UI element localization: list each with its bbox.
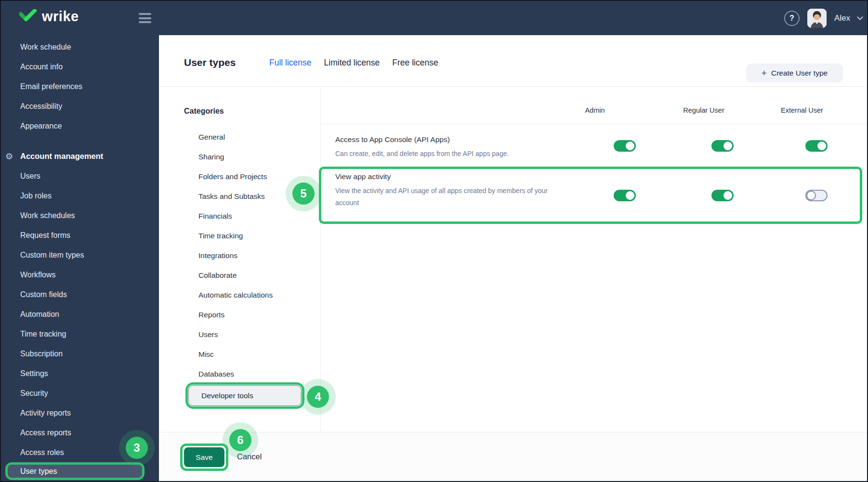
annotation-box-view-app-activity [319, 167, 862, 224]
footer [159, 432, 868, 482]
category-tasks-and-subtasks[interactable]: Tasks and Subtasks [198, 186, 273, 206]
column-header-external-user: External User [781, 106, 823, 114]
user-menu-name[interactable]: Alex [834, 13, 850, 23]
sidebar-item-custom-fields[interactable]: Custom fields [1, 285, 159, 304]
logo-text: wrike [42, 9, 79, 25]
categories-heading: Categories [184, 107, 224, 116]
toggle-external-user-app-console[interactable] [805, 140, 828, 152]
sidebar-item-security[interactable]: Security [1, 383, 159, 403]
sidebar-item-workflows[interactable]: Workflows [1, 265, 159, 285]
annotation-box-save: Save [180, 443, 228, 471]
category-collaborate[interactable]: Collaborate [198, 265, 273, 285]
category-sharing[interactable]: Sharing [198, 147, 273, 167]
category-time-tracking[interactable]: Time tracking [198, 226, 273, 246]
avatar[interactable] [807, 9, 827, 28]
annotation-box-developer-tools: Developer tools [185, 382, 304, 409]
annotation-badge-6: 6 [229, 429, 251, 451]
wrike-logo-icon [19, 9, 38, 25]
sidebar-item-work-schedules[interactable]: Work schedules [1, 206, 159, 225]
license-tabs: Full license Limited license Free licens… [269, 58, 438, 68]
plus-icon: + [762, 68, 767, 78]
hamburger-menu-icon[interactable] [139, 13, 151, 23]
topbar: wrike ? Alex [1, 1, 868, 35]
annotation-badge-4: 4 [307, 386, 329, 408]
table-header-divider [320, 124, 868, 124]
category-financials[interactable]: Financials [198, 206, 273, 226]
sidebar-item-request-forms[interactable]: Request forms [1, 225, 159, 245]
sidebar-item-work-schedule[interactable]: Work schedule [1, 37, 159, 57]
toggle-admin-app-console[interactable] [614, 140, 636, 152]
sidebar-item-activity-reports[interactable]: Activity reports [1, 403, 159, 423]
category-reports[interactable]: Reports [198, 305, 273, 325]
chevron-down-icon[interactable] [857, 14, 863, 20]
sidebar-item-user-types-selected[interactable]: User types [8, 465, 142, 478]
category-databases[interactable]: Databases [198, 364, 273, 384]
save-button[interactable]: Save [184, 447, 224, 467]
sidebar-item-time-tracking[interactable]: Time tracking [1, 324, 159, 344]
tab-limited-license[interactable]: Limited license [324, 58, 380, 68]
column-header-admin: Admin [585, 106, 605, 114]
help-icon[interactable]: ? [784, 11, 800, 26]
category-general[interactable]: General [198, 127, 273, 147]
annotation-badge-3: 3 [126, 437, 148, 459]
sidebar-item-custom-item-types[interactable]: Custom item types [1, 245, 159, 265]
toggle-regular-user-app-console[interactable] [711, 140, 734, 152]
sidebar-item-automation[interactable]: Automation [1, 304, 159, 324]
main-content: User types Full license Limited license … [159, 35, 868, 482]
sidebar: Work schedule Account info Email prefere… [1, 35, 159, 482]
sidebar-nav-top: Work schedule Account info Email prefere… [1, 37, 159, 136]
categories-list: General Sharing Folders and Projects Tas… [198, 127, 273, 384]
category-integrations[interactable]: Integrations [198, 246, 273, 265]
sidebar-item-email-preferences[interactable]: Email preferences [1, 77, 159, 96]
category-developer-tools-selected[interactable]: Developer tools [188, 385, 302, 406]
create-user-type-button[interactable]: + Create User type [746, 64, 843, 82]
app-window: wrike ? Alex Work schedule [0, 0, 868, 482]
tab-full-license[interactable]: Full license [269, 58, 312, 68]
header-divider [159, 86, 868, 87]
sidebar-item-users[interactable]: Users [1, 166, 159, 186]
sidebar-item-subscription[interactable]: Subscription [1, 344, 159, 364]
category-users[interactable]: Users [198, 325, 273, 344]
create-user-type-label: Create User type [771, 69, 828, 78]
page-title: User types [184, 57, 236, 68]
topbar-right: ? Alex [784, 1, 862, 35]
permission-row-description: Can create, edit, and delete apps from t… [335, 148, 509, 160]
category-automatic-calculations[interactable]: Automatic calculations [198, 285, 273, 305]
sidebar-item-accessibility[interactable]: Accessibility [1, 96, 159, 116]
tab-free-license[interactable]: Free license [392, 58, 438, 68]
annotation-box-user-types: User types [5, 462, 145, 480]
permission-row-title: Access to App Console (API Apps) [335, 135, 450, 144]
category-misc[interactable]: Misc [198, 344, 273, 364]
column-header-regular-user: Regular User [683, 106, 724, 114]
sidebar-item-job-roles[interactable]: Job roles [1, 186, 159, 206]
sidebar-nav-account-management: Users Job roles Work schedules Request f… [1, 166, 159, 462]
category-folders-and-projects[interactable]: Folders and Projects [198, 167, 273, 186]
sidebar-section-account-management[interactable]: ⚙ Account management [1, 146, 159, 166]
sidebar-item-account-info[interactable]: Account info [1, 57, 159, 77]
section-label: Account management [20, 152, 103, 161]
wrike-logo: wrike [19, 9, 79, 25]
gear-icon: ⚙ [5, 151, 20, 162]
avatar-image [807, 9, 827, 28]
sidebar-item-settings[interactable]: Settings [1, 364, 159, 383]
sidebar-item-appearance[interactable]: Appearance [1, 116, 159, 136]
annotation-badge-5: 5 [292, 182, 315, 205]
